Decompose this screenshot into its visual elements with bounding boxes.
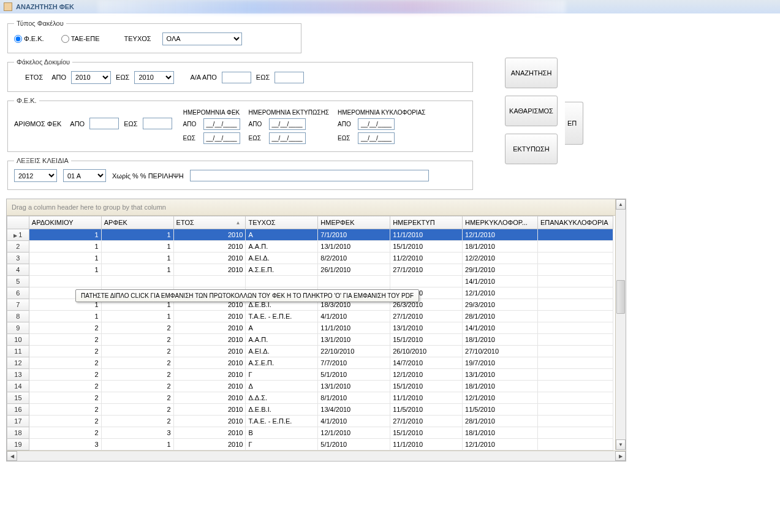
- hmer-ektyp-apo[interactable]: [269, 118, 306, 130]
- cell: 2: [29, 392, 101, 404]
- table-row[interactable]: 19312010Γ5/1/201011/1/201012/1/2010: [7, 439, 613, 450]
- table-row[interactable]: 11222010Α.ΕΙ.Δ.22/10/201026/10/201027/10…: [7, 346, 613, 357]
- row-number: 9: [7, 322, 29, 334]
- folder-type-group: Τύπος Φακέλου Φ.Ε.Κ. ΤΑΕ-ΕΠΕ ΤΕΥΧΟΣ ΟΛΑ: [7, 20, 301, 53]
- row-number: 15: [7, 392, 29, 404]
- cell: 1: [101, 253, 173, 264]
- cell: 1: [101, 311, 173, 322]
- scroll-up-icon[interactable]: ▲: [616, 199, 626, 210]
- perilipsi-input[interactable]: [190, 170, 429, 181]
- cell: 2010: [173, 253, 246, 264]
- table-row[interactable]: 3112010Α.ΕΙ.Δ.8/2/201011/2/201012/2/2010: [7, 253, 613, 264]
- table-row[interactable]: 17222010Τ.Α.Ε. - Ε.Π.Ε.4/1/201027/1/2010…: [7, 416, 613, 427]
- cell: Β: [246, 427, 318, 439]
- col-header-5[interactable]: ΗΜΕΡΕΚΤΥΠ: [390, 216, 463, 229]
- table-row[interactable]: 16222010Δ.Ε.Β.Ι.13/4/201011/5/201011/5/2…: [7, 404, 613, 416]
- cell: 1: [29, 229, 101, 241]
- cell: [29, 276, 101, 287]
- cell: 2: [29, 427, 101, 439]
- cell: 2010: [173, 416, 246, 427]
- teuxos-combo[interactable]: ΟΛΑ: [162, 32, 242, 45]
- col-header-4[interactable]: ΗΜΕΡΦΕΚ: [318, 216, 390, 229]
- keyword-code-combo[interactable]: 01 Α: [63, 169, 106, 182]
- cell: Τ.Α.Ε. - Ε.Π.Ε.: [246, 311, 318, 322]
- search-button[interactable]: ΑΝΑΖΗΤΗΣΗ: [505, 58, 558, 88]
- hmer-kykl-apo[interactable]: [358, 118, 395, 130]
- cell: 13/1/2010: [318, 334, 390, 346]
- table-row[interactable]: 1112010Α7/1/201011/1/201012/1/2010: [7, 229, 613, 241]
- cell: 11/1/2010: [390, 229, 463, 241]
- col-header-2[interactable]: ΕΤΟΣ: [173, 216, 246, 229]
- cell: Δ.Ε.Β.Ι.: [246, 404, 318, 416]
- cell: 13/1/2010: [318, 381, 390, 392]
- cell: 12/1/2010: [463, 439, 538, 450]
- cell: [538, 357, 613, 369]
- col-header-7[interactable]: ΕΠΑΝΑΚΥΚΛΟΦΟΡΙΑ: [538, 216, 613, 229]
- cell: 11/1/2010: [390, 392, 463, 404]
- table-row[interactable]: 18232010Β12/1/201015/1/201018/1/2010: [7, 427, 613, 439]
- etos-eos-combo[interactable]: 2010: [134, 71, 174, 84]
- cell: 27/1/2010: [390, 416, 463, 427]
- vertical-scrollbar[interactable]: ▲ ▼: [615, 199, 626, 450]
- arithmos-eos-input[interactable]: [143, 118, 172, 129]
- table-row[interactable]: 15222010Δ.Δ.Σ.8/1/201011/1/201012/1/2010: [7, 392, 613, 404]
- arithmos-apo-input[interactable]: [89, 118, 119, 129]
- table-row[interactable]: 514/1/2010: [7, 276, 613, 287]
- col-header-6[interactable]: ΗΜΕΡΚΥΚΛΟΦΟΡ...: [463, 216, 538, 229]
- hmer-fek-eos[interactable]: [203, 132, 240, 144]
- hmer-kykl-eos[interactable]: [358, 132, 395, 144]
- cell: 26/1/2010: [318, 264, 390, 276]
- cell: 13/1/2010: [318, 241, 390, 253]
- hmer-ektyp-group: ΗΜΕΡΟΜΗΝΙΑ ΕΚΤΥΠΩΣΗΣ ΑΠΟ ΕΩΣ: [249, 109, 330, 144]
- col-header-1[interactable]: ΑΡΦΕΚ: [101, 216, 173, 229]
- radio-tae-epe[interactable]: ΤΑΕ-ΕΠΕ: [61, 35, 100, 43]
- table-row[interactable]: 13222010Γ5/1/201012/1/201013/1/2010: [7, 369, 613, 381]
- aa-apo-input[interactable]: [222, 72, 251, 83]
- cell: 2010: [173, 241, 246, 253]
- table-row[interactable]: 14222010Δ13/1/201015/1/201018/1/2010: [7, 381, 613, 392]
- col-header-3[interactable]: ΤΕΥΧΟΣ: [246, 216, 318, 229]
- scroll-thumb[interactable]: [616, 280, 625, 314]
- table-row[interactable]: 9222010Α11/1/201013/1/201014/1/2010: [7, 322, 613, 334]
- table-row[interactable]: 12222010Α.Σ.Ε.Π.7/7/201014/7/201019/7/20…: [7, 357, 613, 369]
- grid-group-hint[interactable]: Drag a column header here to group by th…: [7, 199, 626, 216]
- table-row[interactable]: 4112010Α.Σ.Ε.Π.26/1/201027/1/201029/1/20…: [7, 264, 613, 276]
- scroll-right-icon[interactable]: ▶: [615, 451, 626, 461]
- row-number: 5: [7, 276, 29, 287]
- table-row[interactable]: 10222010Α.Α.Π.13/1/201015/1/201018/1/201…: [7, 334, 613, 346]
- clear-button[interactable]: ΚΑΘΑΡΙΣΜΟΣ: [505, 96, 558, 126]
- table-row[interactable]: 2112010Α.Α.Π.13/1/201015/1/201018/1/2010: [7, 241, 613, 253]
- cell: 2: [29, 381, 101, 392]
- cell: 11/1/2010: [318, 322, 390, 334]
- table-row[interactable]: 8112010Τ.Α.Ε. - Ε.Π.Ε.4/1/201027/1/20102…: [7, 311, 613, 322]
- keyword-year-combo[interactable]: 2012: [14, 169, 57, 182]
- cell: 27/1/2010: [390, 311, 463, 322]
- radio-fek[interactable]: Φ.Ε.Κ.: [14, 35, 44, 43]
- cell: 1: [29, 311, 101, 322]
- cell: [538, 276, 613, 287]
- row-number: 10: [7, 334, 29, 346]
- print-button[interactable]: ΕΚΤΥΠΩΣΗ: [505, 134, 558, 164]
- col-header-0[interactable]: ΑΡΔΟΚΙΜΙΟΥ: [29, 216, 101, 229]
- cell: 26/10/2010: [390, 346, 463, 357]
- cell: 1: [29, 241, 101, 253]
- row-number: 11: [7, 346, 29, 357]
- cell: 2010: [173, 427, 246, 439]
- clipped-button[interactable]: ΕΠ: [565, 102, 583, 145]
- cell: 2: [101, 357, 173, 369]
- row-number: 12: [7, 357, 29, 369]
- cell: 14/1/2010: [463, 322, 538, 334]
- cell: [538, 416, 613, 427]
- etos-apo-combo[interactable]: 2010: [71, 71, 111, 84]
- scroll-left-icon[interactable]: ◀: [7, 451, 17, 461]
- horizontal-scrollbar[interactable]: ◀ ▶: [7, 450, 626, 461]
- hmer-fek-apo[interactable]: [203, 118, 240, 130]
- scroll-down-icon[interactable]: ▼: [616, 439, 626, 450]
- hmer-ektyp-eos[interactable]: [269, 132, 306, 144]
- cell: Α.Α.Π.: [246, 334, 318, 346]
- aa-eos-input[interactable]: [275, 72, 304, 83]
- cell: 2010: [173, 311, 246, 322]
- cell: 2: [101, 416, 173, 427]
- cell: 5/1/2010: [318, 439, 390, 450]
- cell: [538, 346, 613, 357]
